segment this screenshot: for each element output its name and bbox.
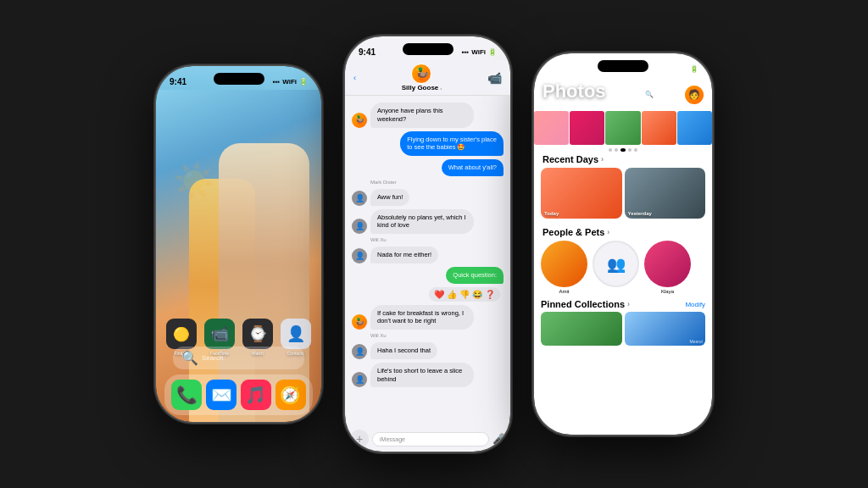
- contact-avatar: 🦆: [411, 64, 431, 84]
- person-name-klaya: Klaya: [661, 289, 674, 294]
- messages-header: ‹ 🦆 Silly Goose › 📹: [345, 60, 510, 96]
- msg-row-9: 👤 Haha I second that: [352, 342, 504, 359]
- tapback-container[interactable]: ❤️ 👍 👎 😂 ❓: [352, 287, 504, 302]
- status-icons-1: ▪▪▪ WiFi 🔋: [273, 78, 308, 86]
- modify-button[interactable]: Modify: [685, 301, 705, 308]
- contacts-icon: 👤: [281, 319, 311, 349]
- pinned-photo-2[interactable]: Meerut: [625, 312, 706, 346]
- recent-photo-today[interactable]: Today: [541, 168, 622, 219]
- pinned-photo-1[interactable]: [541, 312, 622, 346]
- dock: 📞 ✉️ 🎵 🧭: [164, 374, 313, 415]
- msg-row-1: 🦆 Anyone have plans this weekend?: [352, 103, 504, 128]
- msg-row-10: 👤 Life's too short to leave a slice behi…: [352, 363, 504, 388]
- time-2: 9:41: [359, 47, 376, 57]
- photos-scrollable-content: Recent Days › Today Yesterday: [534, 151, 712, 435]
- battery-icon-1: 🔋: [299, 78, 308, 86]
- msg-bubble-1: Anyone have plans this weekend?: [370, 103, 474, 128]
- dock-safari[interactable]: 🧭: [275, 380, 306, 410]
- time-1: 9:41: [170, 77, 186, 86]
- msg-bubble-7: Quick question:: [446, 267, 504, 284]
- photos-header-top: Photos 8,342 Items 🔍 Search 🧑: [542, 80, 704, 108]
- person-icon-group: 👥: [593, 241, 639, 287]
- pinned-header: Pinned Collections › Modify: [541, 299, 705, 309]
- pinned-title[interactable]: Pinned Collections ›: [541, 299, 630, 309]
- strip-photo-2: [570, 111, 604, 145]
- sender-name-will-2: Will Xu: [370, 333, 504, 338]
- pinned-arrow: ›: [627, 300, 630, 308]
- recent-days-header: Recent Days ›: [534, 151, 712, 168]
- tapback-thumbsdown[interactable]: 👎: [459, 290, 470, 299]
- strip-photo-3: [605, 111, 640, 145]
- home-search-bar[interactable]: 🔍 Search: [173, 347, 304, 369]
- wifi-icon-2: WiFi: [471, 48, 486, 56]
- person-amit[interactable]: Amit: [541, 241, 587, 294]
- signal-icon-3: ▪▪▪: [664, 65, 671, 73]
- strip-photo-4: [642, 111, 676, 145]
- phone3-screen-wrap: 9:41 ▪▪▪ WiFi 🔋: [534, 53, 712, 435]
- message-input[interactable]: iMessage: [372, 432, 489, 446]
- signal-icon-2: ▪▪▪: [462, 48, 470, 56]
- sender-avatar-6: 👤: [352, 344, 367, 359]
- chevron-left-icon: ‹: [353, 74, 356, 82]
- msg-bubble-3: What about y'all?: [442, 159, 504, 176]
- person-klaya[interactable]: Klaya: [644, 241, 691, 294]
- msg-row-6: 👤 Nada for me either!: [352, 247, 504, 263]
- msg-row-3: What about y'all?: [352, 159, 504, 176]
- dock-phone[interactable]: 📞: [171, 380, 202, 410]
- microphone-button[interactable]: 🎤: [492, 433, 505, 445]
- findmy-icon: 🟡: [166, 319, 197, 349]
- people-pets-header: People & Pets ›: [534, 224, 712, 241]
- phone-photos: 9:41 ▪▪▪ WiFi 🔋: [534, 53, 712, 435]
- status-icons-3: ▪▪▪ WiFi 🔋: [664, 65, 698, 73]
- dynamic-island-1: [214, 73, 264, 85]
- search-label-home: Search: [202, 354, 223, 362]
- msg-bubble-8: If cake for breakfast is wrong, I don't …: [370, 305, 474, 330]
- search-button[interactable]: 🔍 Search: [639, 88, 681, 101]
- dock-mail[interactable]: ✉️: [206, 380, 236, 410]
- msg-bubble-6: Nada for me either!: [370, 247, 438, 263]
- recent-days-title[interactable]: Recent Days ›: [542, 154, 604, 164]
- msg-row-2: Flying down to my sister's place to see …: [352, 131, 504, 157]
- sender-avatar-1: 🦆: [352, 113, 367, 128]
- phone-home: 9:41 ▪▪▪ WiFi 🔋 MONDAY 10 10:10–10: [156, 66, 321, 422]
- signal-icon-1: ▪▪▪: [273, 78, 281, 86]
- add-button[interactable]: +: [350, 430, 369, 448]
- tapback-row[interactable]: ❤️ 👍 👎 😂 ❓: [429, 287, 500, 302]
- msg-row-8: 🦆 If cake for breakfast is wrong, I don'…: [352, 305, 504, 330]
- tapback-exclaim[interactable]: ❓: [485, 290, 495, 299]
- watch-icon: ⌚: [242, 319, 273, 349]
- wifi-icon-1: WiFi: [282, 78, 297, 86]
- video-call-button[interactable]: 📹: [487, 71, 502, 85]
- battery-icon-3: 🔋: [690, 65, 698, 73]
- dynamic-island-2: [403, 43, 453, 55]
- back-button[interactable]: ‹: [353, 74, 356, 82]
- photos-title: Photos 8,342 Items: [542, 80, 606, 108]
- msg-row-7: Quick question:: [352, 267, 504, 284]
- people-pets-title[interactable]: People & Pets ›: [542, 227, 609, 237]
- tapback-heart[interactable]: ❤️: [434, 290, 444, 299]
- battery-icon-2: 🔋: [488, 48, 497, 56]
- tapback-thumbsup[interactable]: 👍: [447, 290, 457, 299]
- people-pets-grid: Amit 👥 Klaya: [534, 241, 712, 294]
- people-pets-arrow: ›: [607, 228, 609, 236]
- sender-avatar-3: 👤: [352, 219, 367, 234]
- today-label: Today: [544, 211, 559, 216]
- dynamic-island-3: [598, 60, 648, 72]
- sender-avatar-5: 🦆: [352, 314, 367, 330]
- tapback-haha[interactable]: 😂: [472, 290, 482, 299]
- search-label-photos: Search: [656, 92, 675, 97]
- sender-avatar-7: 👤: [352, 372, 367, 387]
- photos-header-overlay: Photos 8,342 Items 🔍 Search 🧑: [534, 77, 712, 114]
- yesterday-label: Yesterday: [628, 211, 652, 216]
- phones-container: 9:41 ▪▪▪ WiFi 🔋 MONDAY 10 10:10–10: [139, 0, 729, 488]
- recent-photo-yesterday[interactable]: Yesterday: [625, 168, 706, 219]
- sender-avatar-2: 👤: [352, 191, 367, 206]
- imessage-placeholder: iMessage: [380, 436, 405, 442]
- user-avatar[interactable]: 🧑: [685, 86, 704, 104]
- dock-music[interactable]: 🎵: [241, 380, 271, 410]
- msg-bubble-9: Haha I second that: [370, 342, 437, 359]
- strip-photo-5: [677, 111, 712, 145]
- contact-info[interactable]: 🦆 Silly Goose ›: [402, 64, 442, 92]
- wallpaper-photo: ☀️: [156, 90, 321, 422]
- person-group[interactable]: 👥: [593, 241, 639, 289]
